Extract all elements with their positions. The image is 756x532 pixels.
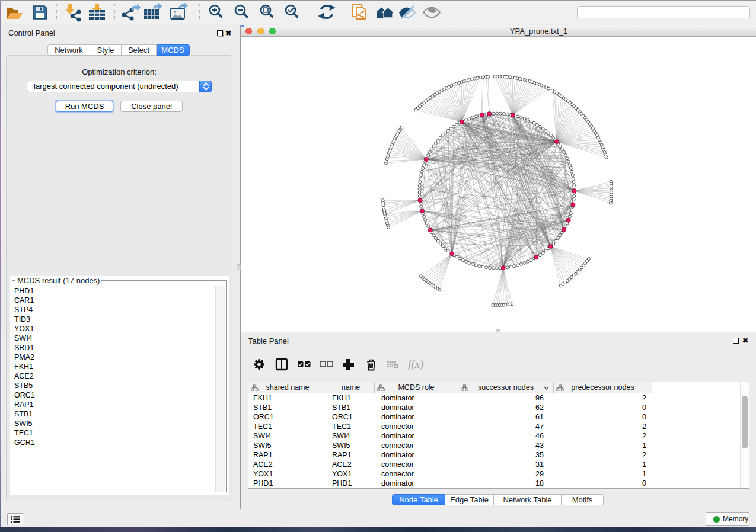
svg-text:f(x): f(x) [408, 358, 423, 371]
